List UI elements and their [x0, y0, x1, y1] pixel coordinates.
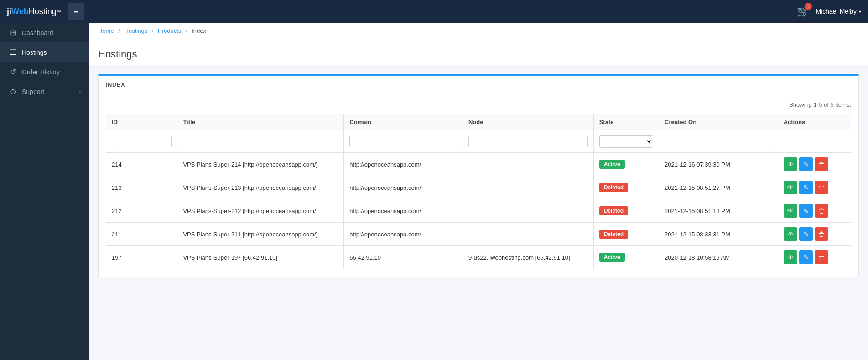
cell-actions: 👁 ✎ 🗑	[778, 199, 851, 223]
cell-actions: 👁 ✎ 🗑	[778, 246, 851, 269]
card-body: Showing 1-5 of 5 items. ID Title Domain …	[99, 94, 858, 277]
th-id: ID	[106, 114, 177, 130]
cell-node	[463, 199, 593, 223]
sidebar-item-support[interactable]: ⊙ Support ›	[0, 82, 89, 101]
delete-button[interactable]: 🗑	[815, 181, 828, 194]
dashboard-icon: ⊞	[8, 28, 17, 37]
breadcrumb-hostings[interactable]: Hostings	[125, 27, 148, 34]
logo-web: Web	[11, 7, 29, 16]
th-actions: Actions	[778, 114, 851, 130]
th-created-on: Created On	[659, 114, 778, 130]
sidebar-item-label: Order History	[22, 68, 81, 76]
cell-created-on: 2020-12-18 10:58:19 AM	[659, 246, 778, 269]
filter-domain-input[interactable]	[349, 136, 457, 147]
cart-icon[interactable]: 🛒 1	[797, 5, 809, 17]
topnav: jiWebHosting™ ≡ 🛒 1 Michael Melby ▾	[0, 0, 868, 23]
state-badge: Deleted	[599, 183, 628, 192]
th-state: State	[593, 114, 659, 130]
table-row: 214 VPS Plans-Super-214 [http://openocea…	[106, 153, 851, 176]
table-body: 214 VPS Plans-Super-214 [http://openocea…	[106, 153, 851, 269]
logo-hosting: Hosting	[29, 7, 57, 16]
layout: ⊞ Dashboard ☰ Hostings ↺ Order History ⊙…	[0, 23, 868, 360]
table-row: 197 VPS Plans-Super-197 [66.42.91.10] 66…	[106, 246, 851, 269]
page-title: Hostings	[98, 48, 859, 60]
view-button[interactable]: 👁	[784, 250, 797, 264]
cell-id: 214	[106, 153, 177, 176]
card-header: INDEX	[99, 76, 858, 94]
cell-state: Deleted	[593, 176, 659, 199]
sidebar-item-label: Hostings	[22, 49, 81, 56]
filter-cell-created	[659, 130, 778, 153]
support-icon: ⊙	[8, 87, 17, 96]
view-button[interactable]: 👁	[784, 157, 797, 171]
main-content: Home / Hostings / Products / Index Hosti…	[89, 23, 868, 360]
cell-actions: 👁 ✎ 🗑	[778, 176, 851, 199]
cell-title: VPS Plans-Super-213 [http://openoceansap…	[177, 176, 344, 199]
filter-state-select[interactable]: Active Deleted	[599, 135, 653, 148]
filter-cell-title	[177, 130, 344, 153]
sidebar-item-dashboard[interactable]: ⊞ Dashboard	[0, 23, 89, 42]
cell-node: 9-us22.jiwebhosting.com [66.42.91.10]	[463, 246, 593, 269]
state-badge: Deleted	[599, 230, 628, 239]
order-history-icon: ↺	[8, 68, 17, 76]
th-node: Node	[463, 114, 593, 130]
cell-state: Deleted	[593, 223, 659, 246]
edit-button[interactable]: ✎	[799, 157, 813, 171]
page-header: Hostings	[89, 39, 868, 65]
th-title: Title	[177, 114, 344, 130]
filter-cell-actions	[778, 130, 851, 153]
filter-id-input[interactable]	[112, 136, 172, 147]
breadcrumb-products[interactable]: Products	[158, 27, 181, 34]
cell-state: Active	[593, 246, 659, 269]
view-button[interactable]: 👁	[784, 227, 797, 241]
edit-button[interactable]: ✎	[799, 250, 813, 264]
edit-button[interactable]: ✎	[799, 181, 813, 194]
state-badge: Active	[599, 253, 625, 262]
cell-title: VPS Plans-Super-211 [http://openoceansap…	[177, 223, 344, 246]
filter-created-input[interactable]	[665, 136, 772, 147]
cell-actions: 👁 ✎ 🗑	[778, 223, 851, 246]
action-buttons: 👁 ✎ 🗑	[784, 157, 845, 171]
table-filter-row: Active Deleted	[106, 130, 851, 153]
chevron-down-icon: ▾	[859, 9, 861, 14]
cell-domain: 66.42.91.10	[344, 246, 463, 269]
view-button[interactable]: 👁	[784, 181, 797, 194]
cell-actions: 👁 ✎ 🗑	[778, 153, 851, 176]
delete-button[interactable]: 🗑	[815, 250, 828, 264]
cell-node	[463, 176, 593, 199]
action-buttons: 👁 ✎ 🗑	[784, 204, 845, 218]
chevron-right-icon: ›	[79, 89, 81, 94]
cell-node	[463, 223, 593, 246]
view-button[interactable]: 👁	[784, 204, 797, 218]
cell-id: 211	[106, 223, 177, 246]
breadcrumb: Home / Hostings / Products / Index	[89, 23, 868, 39]
user-menu[interactable]: Michael Melby ▾	[816, 8, 861, 15]
delete-button[interactable]: 🗑	[815, 204, 828, 218]
sidebar-item-hostings[interactable]: ☰ Hostings	[0, 42, 89, 62]
logo: jiWebHosting™	[7, 7, 61, 16]
table-row: 212 VPS Plans-Super-212 [http://openocea…	[106, 199, 851, 223]
sidebar-item-order-history[interactable]: ↺ Order History	[0, 62, 89, 82]
filter-cell-node	[463, 130, 593, 153]
breadcrumb-home[interactable]: Home	[98, 27, 114, 34]
cell-id: 197	[106, 246, 177, 269]
breadcrumb-sep-1: /	[118, 27, 120, 34]
edit-button[interactable]: ✎	[799, 227, 813, 241]
cell-node	[463, 153, 593, 176]
menu-button[interactable]: ≡	[68, 3, 84, 20]
action-buttons: 👁 ✎ 🗑	[784, 227, 845, 241]
content-area: INDEX Showing 1-5 of 5 items. ID Title D…	[89, 65, 868, 286]
filter-node-input[interactable]	[468, 136, 588, 147]
delete-button[interactable]: 🗑	[815, 157, 828, 171]
filter-title-input[interactable]	[183, 136, 338, 147]
edit-button[interactable]: ✎	[799, 204, 813, 218]
breadcrumb-current: Index	[192, 27, 206, 34]
user-name: Michael Melby	[816, 8, 857, 15]
cell-title: VPS Plans-Super-214 [http://openoceansap…	[177, 153, 344, 176]
data-table: ID Title Domain Node State Created On Ac…	[106, 114, 851, 269]
cell-created-on: 2021-12-15 08:51:13 PM	[659, 199, 778, 223]
cell-domain: http://openoceansapp.com/	[344, 153, 463, 176]
delete-button[interactable]: 🗑	[815, 227, 828, 241]
table-info: Showing 1-5 of 5 items.	[106, 101, 851, 108]
logo-tm: ™	[57, 9, 61, 14]
